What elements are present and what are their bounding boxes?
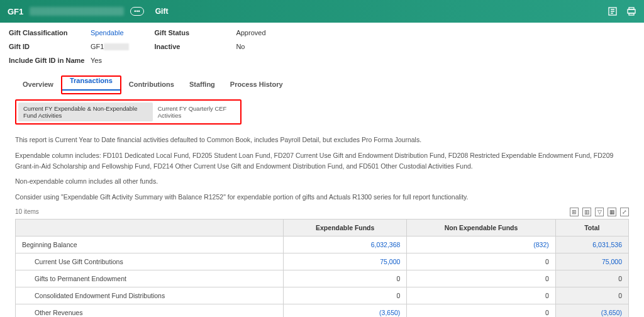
table-row: Consolidated Endowment Fund Distribution… bbox=[16, 287, 629, 304]
cell-value: 0 bbox=[284, 270, 407, 287]
page-title-prefix: GF1 bbox=[8, 7, 23, 16]
table-row: Beginning Balance6,032,368(832)6,031,536 bbox=[16, 236, 629, 253]
cell-value: 0 bbox=[555, 270, 628, 287]
meta-row: Gift StatusApproved bbox=[154, 29, 443, 36]
cell-value[interactable]: (3,650) bbox=[555, 304, 628, 317]
meta-row: Include Gift ID in NameYes bbox=[9, 57, 129, 64]
desc-p1: This report is Current Year to Date fina… bbox=[15, 135, 629, 145]
meta-label: Gift Classification bbox=[9, 29, 91, 36]
grid-icon[interactable]: ▦ bbox=[608, 208, 616, 216]
report-description: This report is Current Year to Date fina… bbox=[15, 135, 629, 203]
cell-value: 0 bbox=[407, 270, 555, 287]
meta-value: Yes bbox=[91, 57, 102, 64]
cell-value: 0 bbox=[284, 287, 407, 304]
page-subtitle: Gift bbox=[155, 7, 169, 16]
col-header bbox=[16, 219, 284, 236]
cell-value: 0 bbox=[407, 287, 555, 304]
row-label: Other Revenues bbox=[16, 304, 284, 317]
col-header: Non Expendable Funds bbox=[407, 219, 555, 236]
tab-overview[interactable]: Overview bbox=[15, 75, 61, 94]
subtab-1[interactable]: Current FY Quarterly CEF Activities bbox=[153, 103, 238, 121]
export-icon[interactable] bbox=[608, 6, 618, 16]
meta-label: Include Gift ID in Name bbox=[9, 57, 91, 64]
tab-transactions[interactable]: Transactions bbox=[62, 72, 120, 91]
row-label: Gifts to Permanent Endowment bbox=[16, 270, 284, 287]
meta-grid: Gift ClassificationSpendableGift IDGF1In… bbox=[9, 29, 635, 64]
tabs: OverviewTransactionsContributionsStaffin… bbox=[15, 75, 635, 94]
cell-value[interactable]: 75,000 bbox=[555, 253, 628, 270]
cell-value: 0 bbox=[555, 287, 628, 304]
col-header: Expendable Funds bbox=[284, 219, 407, 236]
cell-value: 0 bbox=[407, 253, 555, 270]
meta-label: Gift Status bbox=[154, 29, 236, 36]
row-count: 10 items bbox=[15, 208, 39, 215]
meta-label: Gift ID bbox=[9, 43, 91, 50]
meta-value[interactable]: Spendable bbox=[91, 29, 124, 36]
chart-icon[interactable]: ▥ bbox=[582, 208, 591, 216]
cell-value[interactable]: 6,031,536 bbox=[555, 236, 628, 253]
cell-value[interactable]: 75,000 bbox=[284, 253, 407, 270]
top-bar: GF1 ••• Gift bbox=[0, 0, 644, 23]
svg-rect-2 bbox=[629, 8, 634, 9]
table-toolbar: ⊞ ▥ ▽ ▦ ⤢ bbox=[570, 208, 629, 216]
cell-value[interactable]: (832) bbox=[407, 236, 555, 253]
svg-rect-1 bbox=[628, 9, 635, 13]
row-label: Current Use Gift Contributions bbox=[16, 253, 284, 270]
meta-value: GF1 bbox=[91, 43, 104, 50]
table-row: Current Use Gift Contributions75,000075,… bbox=[16, 253, 629, 270]
col-header: Total bbox=[555, 219, 628, 236]
meta-value: Approved bbox=[236, 29, 265, 36]
desc-p3: Non-expendable column includes all other… bbox=[15, 176, 629, 187]
meta-blur bbox=[104, 43, 129, 50]
subtab-0[interactable]: Current FY Expendable & Non-Expendable F… bbox=[18, 103, 153, 121]
row-label: Consolidated Endowment Fund Distribution… bbox=[16, 287, 284, 304]
cell-value[interactable]: (3,650) bbox=[284, 304, 407, 317]
desc-p2: Expendable column includes: FD101 Dedica… bbox=[15, 150, 629, 172]
svg-rect-3 bbox=[629, 13, 634, 15]
export-excel-icon[interactable]: ⊞ bbox=[570, 208, 579, 216]
filter-icon[interactable]: ▽ bbox=[595, 208, 604, 216]
tab-contributions[interactable]: Contributions bbox=[121, 75, 182, 94]
activities-table: Expendable FundsNon Expendable FundsTota… bbox=[15, 219, 629, 317]
tab-staffing[interactable]: Staffing bbox=[182, 75, 223, 94]
table-row: Gifts to Permanent Endowment000 bbox=[16, 270, 629, 287]
meta-row: InactiveNo bbox=[154, 43, 443, 50]
meta-row: Gift IDGF1 bbox=[9, 43, 129, 50]
page-title-blur bbox=[30, 7, 124, 16]
meta-label: Inactive bbox=[154, 43, 236, 50]
more-icon[interactable]: ••• bbox=[130, 7, 143, 16]
cell-value[interactable]: 6,032,368 bbox=[284, 236, 407, 253]
desc-p4: Consider using "Expendable Gift Activity… bbox=[15, 192, 629, 203]
subtabs-group: Current FY Expendable & Non-Expendable F… bbox=[15, 99, 242, 125]
row-label: Beginning Balance bbox=[16, 236, 284, 253]
cell-value: 0 bbox=[407, 304, 555, 317]
meta-row: Gift ClassificationSpendable bbox=[9, 29, 129, 36]
meta-value: No bbox=[236, 43, 245, 50]
table-row: Other Revenues(3,650)0(3,650) bbox=[16, 304, 629, 317]
expand-icon[interactable]: ⤢ bbox=[620, 208, 629, 216]
tab-process-history[interactable]: Process History bbox=[223, 75, 291, 94]
print-icon[interactable] bbox=[626, 6, 636, 16]
